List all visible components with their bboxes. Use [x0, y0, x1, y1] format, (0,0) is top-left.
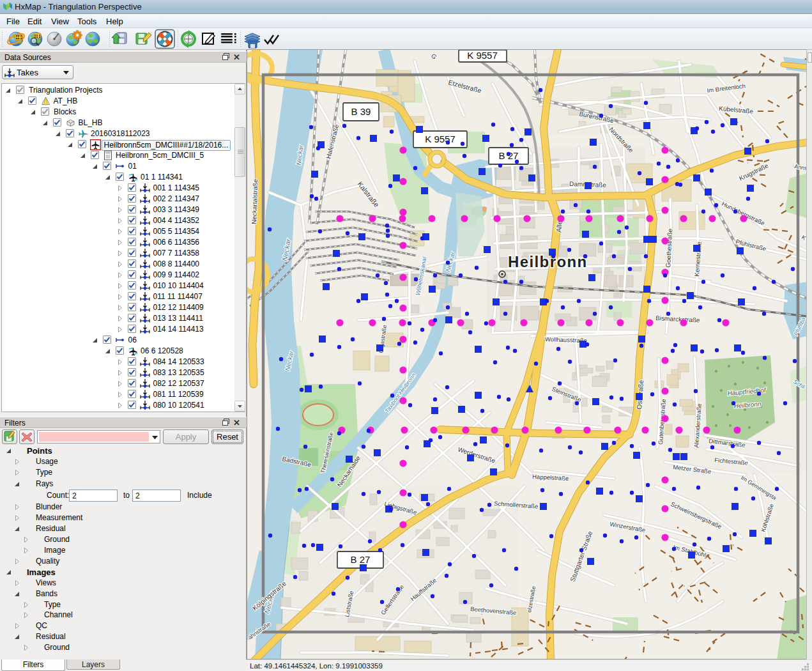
svg-text:B 27: B 27	[351, 554, 371, 565]
svg-text:B 39: B 39	[351, 106, 371, 117]
svg-text:K 9557: K 9557	[467, 50, 498, 61]
svg-text:K 9557: K 9557	[425, 134, 456, 144]
svg-text:Heilbronn: Heilbronn	[508, 253, 588, 270]
